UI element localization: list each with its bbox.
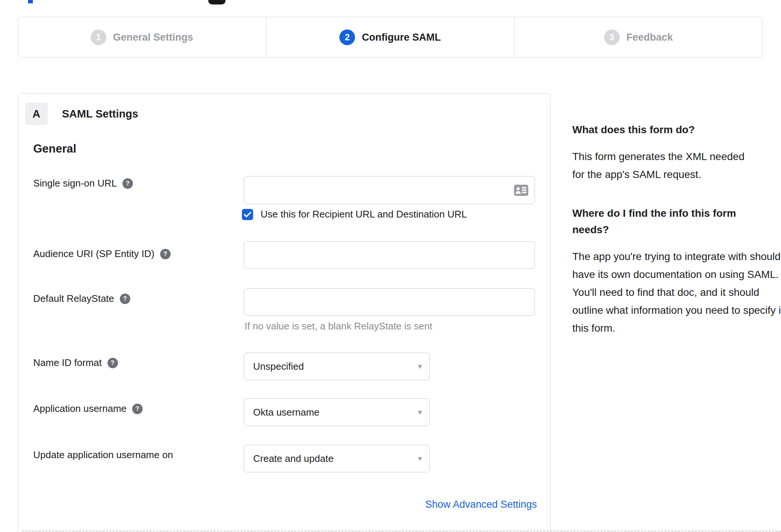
help-icon[interactable]: ? (132, 404, 143, 414)
update-username-label-text: Update application username on (33, 449, 173, 461)
panel-title: SAML Settings (62, 108, 138, 120)
relaystate-hint: If no value is set, a blank RelayState i… (245, 320, 432, 332)
audience-uri-label-text: Audience URI (SP Entity ID) (33, 248, 155, 260)
nameid-format-label: Name ID format ? (33, 357, 118, 369)
sso-url-label-text: Single sign-on URL (33, 178, 117, 189)
sso-url-input[interactable] (244, 176, 535, 204)
sso-url-label: Single sign-on URL ? (33, 178, 133, 189)
sidebar-heading-2: Where do I find the info this form needs… (572, 205, 766, 238)
step-configure-saml[interactable]: 2 Configure SAML (266, 17, 514, 57)
sso-url-input-wrap (244, 176, 535, 204)
nameid-format-value: Unspecified (253, 361, 304, 372)
step-2-circle: 2 (339, 29, 355, 45)
help-icon[interactable]: ? (122, 178, 133, 189)
caret-down-icon: ▾ (418, 408, 422, 417)
recipient-url-checkbox-label: Use this for Recipient URL and Destinati… (261, 209, 467, 220)
step-3-label: Feedback (626, 32, 673, 43)
section-a-badge: A (25, 103, 48, 125)
step-2-label: Configure SAML (362, 32, 441, 43)
section-divider-dashed (22, 531, 781, 532)
sidebar-body-2: The app you're trying to integrate with … (572, 248, 781, 337)
cropped-heading-artifact-dark (208, 0, 225, 4)
nameid-format-label-text: Name ID format (33, 357, 102, 369)
relaystate-label-text: Default RelayState (33, 293, 114, 304)
step-3-circle: 3 (604, 29, 620, 45)
sidebar-heading-1: What does this form do? (572, 122, 781, 138)
nameid-format-select[interactable]: Unspecified ▾ (244, 353, 430, 380)
relaystate-input[interactable] (244, 288, 535, 316)
app-username-select[interactable]: Okta username ▾ (244, 398, 430, 426)
relaystate-label: Default RelayState ? (33, 293, 130, 304)
update-username-select[interactable]: Create and update ▾ (244, 445, 430, 472)
step-general-settings[interactable]: 1 General Settings (18, 17, 266, 57)
caret-down-icon: ▾ (418, 362, 422, 371)
check-icon (244, 212, 251, 218)
recipient-url-checkbox[interactable] (242, 209, 253, 220)
wizard-stepper: 1 General Settings 2 Configure SAML 3 Fe… (18, 17, 763, 58)
help-icon[interactable]: ? (120, 294, 130, 304)
app-username-label: Application username ? (33, 403, 143, 414)
general-section-heading: General (33, 142, 76, 156)
app-username-label-text: Application username (33, 403, 127, 414)
help-sidebar: What does this form do? This form genera… (572, 122, 781, 337)
show-advanced-settings-link[interactable]: Show Advanced Settings (18, 499, 537, 510)
app-username-value: Okta username (253, 407, 320, 418)
recipient-url-checkbox-row: Use this for Recipient URL and Destinati… (242, 209, 467, 220)
audience-uri-input[interactable] (244, 241, 535, 269)
saml-settings-panel: A SAML Settings General Single sign-on U… (18, 93, 551, 532)
audience-uri-input-wrap (244, 241, 535, 269)
cropped-heading-artifact-blue (28, 0, 33, 3)
configure-saml-page: 1 General Settings 2 Configure SAML 3 Fe… (0, 0, 781, 532)
update-username-value: Create and update (253, 453, 333, 464)
contact-card-icon (514, 185, 528, 196)
step-1-circle: 1 (91, 29, 106, 45)
update-username-label: Update application username on (33, 449, 173, 461)
help-icon[interactable]: ? (108, 358, 118, 368)
caret-down-icon: ▾ (418, 454, 422, 463)
sidebar-body-1: This form generates the XML needed for t… (572, 148, 759, 184)
step-1-label: General Settings (113, 32, 193, 43)
audience-uri-label: Audience URI (SP Entity ID) ? (33, 248, 171, 260)
help-icon[interactable]: ? (160, 249, 171, 259)
panel-header: A SAML Settings (25, 103, 138, 125)
relaystate-input-wrap (244, 288, 535, 316)
step-feedback[interactable]: 3 Feedback (514, 17, 762, 57)
